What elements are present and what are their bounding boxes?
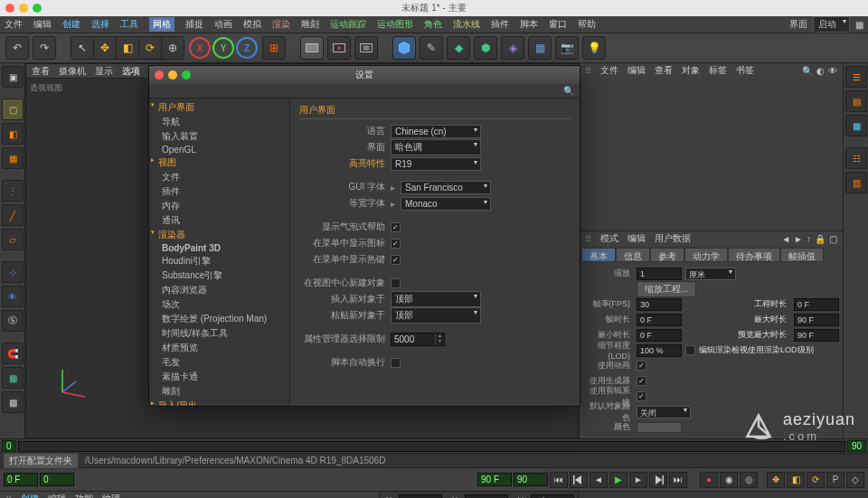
om-menu[interactable]: 文件 [600,64,618,77]
snap-toggle[interactable]: Ⓢ [2,310,24,332]
menu-hotkeys-check[interactable] [391,255,401,265]
attr-tab[interactable]: 参考 [650,248,684,262]
new-window-icon[interactable]: ▢ [829,234,837,244]
use-deform-check[interactable] [637,391,646,401]
vp-menu[interactable]: 摄像机 [59,65,86,78]
attr-tab[interactable]: 信息 [616,248,650,262]
dialog-close-icon[interactable] [155,70,164,80]
default-color-dd[interactable]: 关闭 [637,406,691,418]
subdiv-icon[interactable]: ◆ [447,36,470,60]
lod-value[interactable]: 100 % [637,344,682,357]
tree-node[interactable]: 输入装置 [149,129,289,144]
mat-menu[interactable]: 纹理 [102,493,120,498]
lock-icon[interactable]: 🔒 [815,234,826,244]
menu-item[interactable]: 雕刻 [301,18,319,31]
nav-fwd[interactable]: ► [794,234,803,244]
menu-item[interactable]: 脚本 [520,18,538,31]
menu-item[interactable]: 角色 [424,18,442,31]
tree-node[interactable]: 材质预览 [149,341,289,355]
menu-item[interactable]: 运动图形 [377,18,413,31]
mat-menu[interactable]: 编辑 [48,493,66,498]
tree-node[interactable]: 文件 [149,170,289,184]
menu-item[interactable]: 创建 [62,18,80,31]
axis-y[interactable]: Y [212,37,234,59]
attr-tab[interactable]: 待办事项 [728,248,780,262]
key-scale[interactable]: ◧ [787,472,805,488]
camera-icon[interactable]: 📷 [555,36,579,60]
scale-unit[interactable]: 厘米 [685,268,736,280]
am-menu[interactable]: 模式 [600,232,618,245]
dialog-max-icon[interactable] [182,70,191,80]
tree-node[interactable]: 用户界面 [149,100,289,115]
workplane-mode[interactable]: ▦ [2,147,24,169]
dialog-min-icon[interactable] [168,70,177,80]
attr-tab[interactable]: 基本 [581,248,616,262]
frame-current[interactable]: 0 [40,473,74,486]
key-param[interactable]: P [826,472,844,488]
tree-node[interactable]: 导航 [149,115,289,129]
menu-item[interactable]: 动画 [214,18,232,31]
menu-icons-check[interactable] [391,239,401,249]
am-menu[interactable]: 用户数据 [655,232,691,245]
menu-item[interactable]: 帮助 [578,18,596,31]
menu-item[interactable]: 模拟 [243,18,261,31]
tl-end[interactable]: 90 [847,440,866,452]
render-view[interactable] [300,36,324,60]
select-tool[interactable]: ↖ [71,37,93,59]
use-gen-check[interactable] [637,376,646,386]
axis-mode[interactable]: ⊹ [2,261,24,283]
edge-mode[interactable]: ╱ [2,204,24,226]
search-icon[interactable]: 🔍 [802,66,813,76]
scale-project-button[interactable]: 缩放工程... [637,281,696,297]
selection-limit-input[interactable]: 5000▲▼ [391,333,445,346]
script-wrap-check[interactable] [391,358,401,368]
menu-item[interactable]: 捕捉 [185,18,203,31]
tree-node[interactable]: 插件 [149,184,289,199]
dialog-titlebar[interactable]: 设置 [149,66,580,84]
viewport-solo[interactable]: 👁 [2,286,24,307]
menu-item[interactable]: 渲染 [272,18,290,31]
key-pla[interactable]: ◇ [846,472,864,488]
move-tool[interactable]: ✥ [94,37,116,59]
scheme-dd[interactable]: 暗色调 [391,139,481,155]
minimize-icon[interactable] [19,4,28,13]
scale-value[interactable]: 1 [637,268,682,280]
om-menu[interactable]: 查看 [655,64,673,77]
om-shortcut[interactable]: ☰ [845,66,867,88]
goto-start[interactable]: ⏮ [550,472,568,488]
search-icon[interactable]: 🔍 [563,86,574,96]
menu-item[interactable]: 工具 [120,18,138,31]
am-menu[interactable]: 编辑 [627,232,646,245]
tree-node[interactable]: 时间线/样条工具 [149,326,289,341]
pos-x[interactable]: 0 cm [399,494,442,498]
rotate-tool[interactable]: ⟳ [139,37,161,59]
play-button[interactable]: ▶ [609,472,627,488]
deformer-icon[interactable]: ◈ [501,36,524,60]
content-browser[interactable]: ▤ [845,90,867,112]
nav-back[interactable]: ◄ [781,234,790,244]
attr-shortcut[interactable]: ☷ [845,147,867,169]
tree-node[interactable]: 素描卡通 [149,370,289,384]
tree-node[interactable]: 数字绘景 (Projection Man) [149,312,289,326]
vp-menu[interactable]: 选项 [122,65,140,78]
render-settings[interactable] [354,36,378,60]
scale-tool[interactable]: ◧ [117,37,138,59]
goto-end[interactable]: ⏭ [669,472,687,488]
recent-tool[interactable]: ⊕ [162,37,184,59]
layer-mgr[interactable]: ▥ [845,172,867,193]
cube-primitive[interactable] [392,36,416,60]
make-editable[interactable]: ▣ [2,66,24,88]
record-key[interactable]: ● [700,472,718,488]
frame-end[interactable]: 90 [514,473,548,486]
tree-node[interactable]: 内容浏览器 [149,283,289,297]
eye-icon[interactable]: 👁 [828,66,837,76]
timeline-ruler[interactable]: 0 90 [0,438,868,453]
center-new-check[interactable] [391,278,401,288]
rot-h[interactable]: 0 ° [531,494,574,498]
tl-start[interactable]: 0 [2,440,16,452]
next-key[interactable] [649,472,667,488]
close-icon[interactable] [5,4,14,13]
scl-x[interactable]: 0 cm [465,494,508,498]
menu-item[interactable]: 窗口 [549,18,567,31]
tree-node[interactable]: 通讯 [149,213,289,228]
